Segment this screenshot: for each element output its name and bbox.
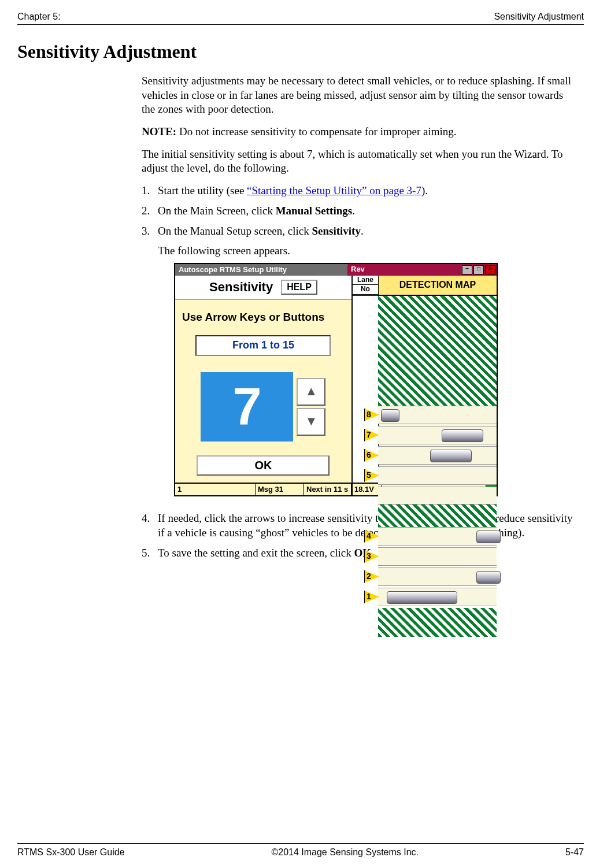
step-number: 4. bbox=[142, 511, 158, 540]
chapter-label: Chapter 5: bbox=[17, 12, 61, 22]
instruction-text: Use Arrow Keys or Buttons bbox=[182, 310, 345, 325]
window-title: Autoscope RTMS Setup Utility bbox=[175, 264, 347, 276]
status-msg: Msg 31 bbox=[256, 484, 304, 496]
intro-paragraph: Sensitivity adjustments may be necessary… bbox=[142, 74, 578, 117]
xref-link[interactable]: “Starting the Setup Utility” on page 3-7 bbox=[247, 184, 421, 196]
sensitivity-value: 7 bbox=[201, 372, 293, 442]
footer-center: ©2014 Image Sensing Systems Inc. bbox=[271, 847, 419, 858]
status-next: Next in 11 s bbox=[304, 484, 351, 496]
detection-map: 8 7 6 bbox=[353, 295, 497, 483]
close-icon[interactable]: × bbox=[485, 265, 495, 275]
step-1: Start the utility (see “Starting the Set… bbox=[158, 184, 578, 198]
ok-button[interactable]: OK bbox=[197, 455, 330, 476]
decrease-button[interactable]: ▼ bbox=[297, 408, 325, 436]
lane-header: Lane bbox=[353, 276, 378, 285]
no-header: No bbox=[353, 285, 378, 295]
header-section: Sensitivity Adjustment bbox=[494, 12, 584, 22]
minimize-icon[interactable]: – bbox=[462, 265, 472, 275]
step-number: 2. bbox=[142, 204, 158, 218]
step-number: 1. bbox=[142, 184, 158, 198]
note-text: Do not increase sensitivity to compensat… bbox=[179, 125, 457, 138]
rev-label: Rev bbox=[351, 265, 365, 275]
note-label: NOTE: bbox=[142, 125, 176, 138]
lead-paragraph: The initial sensitivity setting is about… bbox=[142, 147, 578, 176]
panel-title: Sensitivity bbox=[209, 279, 273, 296]
step-number: 5. bbox=[142, 546, 158, 561]
increase-button[interactable]: ▲ bbox=[297, 378, 325, 406]
step-2: On the Main Screen, click Manual Setting… bbox=[158, 204, 578, 218]
detection-map-title: DETECTION MAP bbox=[379, 276, 497, 295]
step-3-sub: The following screen appears. bbox=[158, 244, 578, 258]
section-heading: Sensitivity Adjustment bbox=[17, 41, 584, 62]
note-paragraph: NOTE: Do not increase sensitivity to com… bbox=[142, 125, 578, 139]
page-header: Chapter 5: Sensitivity Adjustment bbox=[17, 12, 584, 25]
range-display: From 1 to 15 bbox=[195, 335, 331, 355]
maximize-icon[interactable]: □ bbox=[473, 265, 484, 275]
help-button[interactable]: HELP bbox=[281, 280, 317, 295]
page-footer: RTMS Sx-300 User Guide ©2014 Image Sensi… bbox=[17, 843, 584, 858]
footer-right: 5-47 bbox=[565, 847, 584, 858]
utility-screenshot: Autoscope RTMS Setup Utility Rev – □ × bbox=[174, 263, 498, 497]
step-3: On the Manual Setup screen, click Sensit… bbox=[158, 224, 578, 506]
step-number: 3. bbox=[142, 224, 158, 506]
status-id: 1 bbox=[175, 484, 256, 496]
footer-left: RTMS Sx-300 User Guide bbox=[17, 847, 125, 858]
